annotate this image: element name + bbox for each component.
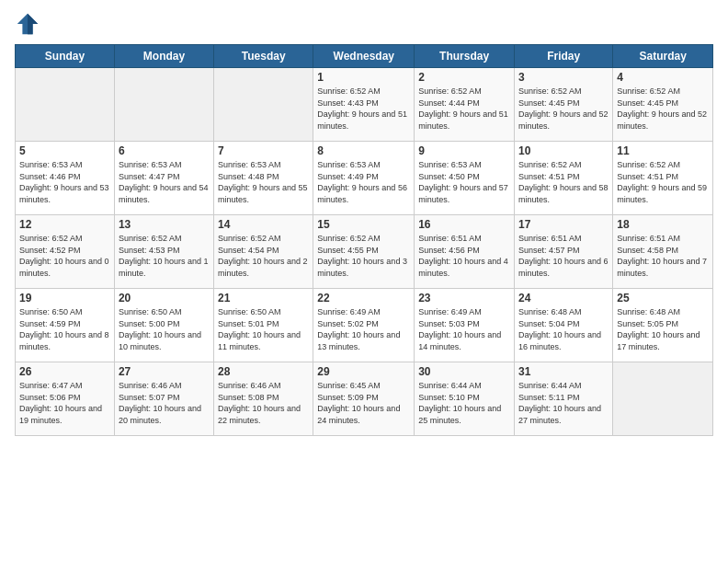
day-cell: 2Sunrise: 6:52 AM Sunset: 4:44 PM Daylig… [415, 68, 515, 142]
day-number: 19 [19, 292, 110, 304]
day-info: Sunrise: 6:49 AM Sunset: 5:03 PM Dayligh… [418, 306, 510, 352]
day-number: 17 [518, 218, 609, 231]
day-cell: 19Sunrise: 6:50 AM Sunset: 4:59 PM Dayli… [16, 289, 115, 362]
day-number: 20 [119, 292, 210, 304]
day-cell: 16Sunrise: 6:51 AM Sunset: 4:56 PM Dayli… [415, 215, 515, 289]
day-number: 31 [518, 365, 609, 378]
day-cell: 10Sunrise: 6:52 AM Sunset: 4:51 PM Dayli… [515, 142, 613, 215]
day-cell: 30Sunrise: 6:44 AM Sunset: 5:10 PM Dayli… [415, 362, 515, 436]
logo [15, 11, 44, 37]
day-info: Sunrise: 6:46 AM Sunset: 5:07 PM Dayligh… [119, 380, 210, 426]
day-number: 15 [317, 218, 410, 231]
day-number: 22 [317, 292, 410, 304]
day-number: 23 [418, 292, 510, 304]
day-number: 8 [317, 144, 410, 157]
calendar-header-row: SundayMondayTuesdayWednesdayThursdayFrid… [16, 45, 713, 68]
day-info: Sunrise: 6:50 AM Sunset: 4:59 PM Dayligh… [19, 306, 110, 352]
day-number: 27 [119, 365, 210, 378]
day-info: Sunrise: 6:52 AM Sunset: 4:54 PM Dayligh… [218, 233, 309, 279]
calendar: SundayMondayTuesdayWednesdayThursdayFrid… [15, 44, 713, 436]
svg-marker-1 [28, 14, 38, 34]
day-info: Sunrise: 6:53 AM Sunset: 4:49 PM Dayligh… [317, 159, 410, 205]
day-info: Sunrise: 6:50 AM Sunset: 5:00 PM Dayligh… [119, 306, 210, 352]
day-cell: 31Sunrise: 6:44 AM Sunset: 5:11 PM Dayli… [515, 362, 613, 436]
day-number: 13 [119, 218, 210, 231]
day-cell: 22Sunrise: 6:49 AM Sunset: 5:02 PM Dayli… [313, 289, 415, 362]
day-info: Sunrise: 6:52 AM Sunset: 4:51 PM Dayligh… [617, 159, 709, 205]
page: SundayMondayTuesdayWednesdayThursdayFrid… [0, 0, 728, 563]
day-number: 5 [19, 144, 110, 157]
header [15, 11, 713, 37]
col-header-tuesday: Tuesday [214, 45, 313, 68]
week-row-2: 5Sunrise: 6:53 AM Sunset: 4:46 PM Daylig… [16, 142, 713, 215]
day-cell: 4Sunrise: 6:52 AM Sunset: 4:45 PM Daylig… [613, 68, 713, 142]
day-cell: 1Sunrise: 6:52 AM Sunset: 4:43 PM Daylig… [313, 68, 415, 142]
day-cell: 7Sunrise: 6:53 AM Sunset: 4:48 PM Daylig… [214, 142, 313, 215]
day-number: 3 [518, 71, 609, 84]
day-info: Sunrise: 6:52 AM Sunset: 4:44 PM Dayligh… [418, 86, 510, 132]
day-info: Sunrise: 6:51 AM Sunset: 4:58 PM Dayligh… [617, 233, 709, 279]
day-cell: 23Sunrise: 6:49 AM Sunset: 5:03 PM Dayli… [415, 289, 515, 362]
col-header-saturday: Saturday [613, 45, 713, 68]
day-info: Sunrise: 6:52 AM Sunset: 4:53 PM Dayligh… [119, 233, 210, 279]
col-header-friday: Friday [515, 45, 613, 68]
col-header-wednesday: Wednesday [313, 45, 415, 68]
day-info: Sunrise: 6:52 AM Sunset: 4:43 PM Dayligh… [317, 86, 410, 132]
day-cell: 24Sunrise: 6:48 AM Sunset: 5:04 PM Dayli… [515, 289, 613, 362]
day-cell: 15Sunrise: 6:52 AM Sunset: 4:55 PM Dayli… [313, 215, 415, 289]
day-cell: 25Sunrise: 6:48 AM Sunset: 5:05 PM Dayli… [613, 289, 713, 362]
day-number: 11 [617, 144, 709, 157]
day-cell: 8Sunrise: 6:53 AM Sunset: 4:49 PM Daylig… [313, 142, 415, 215]
day-cell: 28Sunrise: 6:46 AM Sunset: 5:08 PM Dayli… [214, 362, 313, 436]
day-cell: 6Sunrise: 6:53 AM Sunset: 4:47 PM Daylig… [114, 142, 213, 215]
day-cell: 21Sunrise: 6:50 AM Sunset: 5:01 PM Dayli… [214, 289, 313, 362]
day-cell: 9Sunrise: 6:53 AM Sunset: 4:50 PM Daylig… [415, 142, 515, 215]
day-number: 12 [19, 218, 110, 231]
day-cell: 14Sunrise: 6:52 AM Sunset: 4:54 PM Dayli… [214, 215, 313, 289]
day-number: 25 [617, 292, 709, 304]
day-info: Sunrise: 6:53 AM Sunset: 4:46 PM Dayligh… [19, 159, 110, 205]
day-number: 26 [19, 365, 110, 378]
day-cell: 11Sunrise: 6:52 AM Sunset: 4:51 PM Dayli… [613, 142, 713, 215]
day-number: 30 [418, 365, 510, 378]
day-info: Sunrise: 6:48 AM Sunset: 5:04 PM Dayligh… [518, 306, 609, 352]
day-number: 2 [418, 71, 510, 84]
week-row-5: 26Sunrise: 6:47 AM Sunset: 5:06 PM Dayli… [16, 362, 713, 436]
col-header-monday: Monday [114, 45, 213, 68]
day-cell [114, 68, 213, 142]
day-cell: 12Sunrise: 6:52 AM Sunset: 4:52 PM Dayli… [16, 215, 115, 289]
day-info: Sunrise: 6:53 AM Sunset: 4:48 PM Dayligh… [218, 159, 309, 205]
day-cell [613, 362, 713, 436]
day-number: 10 [518, 144, 609, 157]
day-cell: 20Sunrise: 6:50 AM Sunset: 5:00 PM Dayli… [114, 289, 213, 362]
day-info: Sunrise: 6:47 AM Sunset: 5:06 PM Dayligh… [19, 380, 110, 426]
day-number: 14 [218, 218, 309, 231]
day-number: 16 [418, 218, 510, 231]
day-cell: 27Sunrise: 6:46 AM Sunset: 5:07 PM Dayli… [114, 362, 213, 436]
day-number: 28 [218, 365, 309, 378]
day-cell: 29Sunrise: 6:45 AM Sunset: 5:09 PM Dayli… [313, 362, 415, 436]
day-cell: 5Sunrise: 6:53 AM Sunset: 4:46 PM Daylig… [16, 142, 115, 215]
day-number: 1 [317, 71, 410, 84]
day-info: Sunrise: 6:52 AM Sunset: 4:52 PM Dayligh… [19, 233, 110, 279]
day-info: Sunrise: 6:45 AM Sunset: 5:09 PM Dayligh… [317, 380, 410, 426]
day-number: 9 [418, 144, 510, 157]
day-cell: 18Sunrise: 6:51 AM Sunset: 4:58 PM Dayli… [613, 215, 713, 289]
day-info: Sunrise: 6:53 AM Sunset: 4:47 PM Dayligh… [119, 159, 210, 205]
day-cell: 13Sunrise: 6:52 AM Sunset: 4:53 PM Dayli… [114, 215, 213, 289]
day-info: Sunrise: 6:53 AM Sunset: 4:50 PM Dayligh… [418, 159, 510, 205]
day-cell: 17Sunrise: 6:51 AM Sunset: 4:57 PM Dayli… [515, 215, 613, 289]
day-info: Sunrise: 6:49 AM Sunset: 5:02 PM Dayligh… [317, 306, 410, 352]
week-row-4: 19Sunrise: 6:50 AM Sunset: 4:59 PM Dayli… [16, 289, 713, 362]
logo-icon [15, 11, 40, 37]
day-number: 6 [119, 144, 210, 157]
day-info: Sunrise: 6:52 AM Sunset: 4:55 PM Dayligh… [317, 233, 410, 279]
day-cell [214, 68, 313, 142]
day-cell [16, 68, 115, 142]
day-number: 18 [617, 218, 709, 231]
day-info: Sunrise: 6:52 AM Sunset: 4:45 PM Dayligh… [617, 86, 709, 132]
day-info: Sunrise: 6:44 AM Sunset: 5:11 PM Dayligh… [518, 380, 609, 426]
day-number: 7 [218, 144, 309, 157]
day-info: Sunrise: 6:52 AM Sunset: 4:51 PM Dayligh… [518, 159, 609, 205]
week-row-1: 1Sunrise: 6:52 AM Sunset: 4:43 PM Daylig… [16, 68, 713, 142]
